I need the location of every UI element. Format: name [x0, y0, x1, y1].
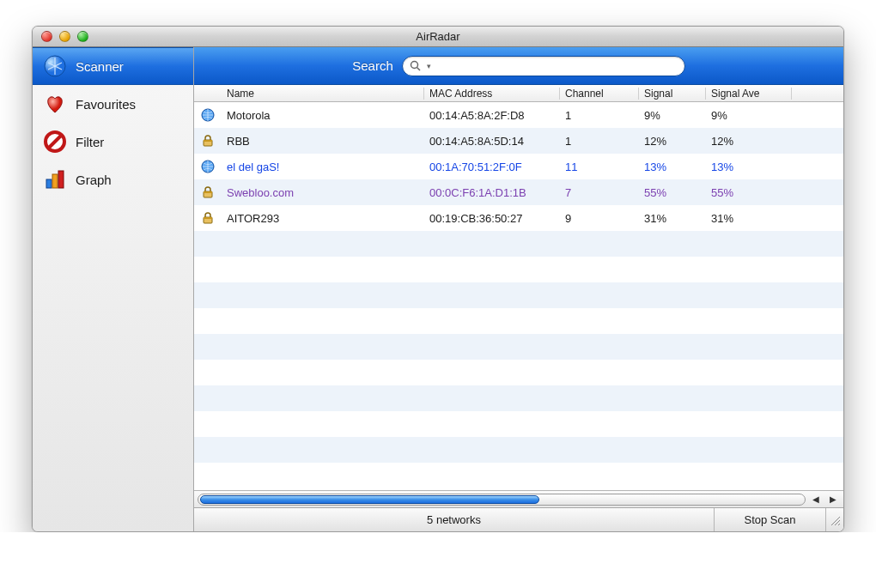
zoom-window-button[interactable] — [77, 31, 88, 42]
svg-rect-13 — [204, 191, 212, 193]
cell-name: Swebloo.com — [222, 186, 424, 199]
svg-line-7 — [417, 67, 420, 70]
cell-signal: 31% — [639, 212, 706, 225]
table-row[interactable]: Swebloo.com00:0C:F6:1A:D1:1B755%55% — [194, 179, 843, 205]
horizontal-scrollbar[interactable]: ◀ ▶ — [194, 490, 843, 507]
svg-point-6 — [411, 61, 417, 68]
resize-grip[interactable] — [826, 508, 843, 531]
table-row[interactable]: Motorola00:14:A5:8A:2F:D819%9% — [194, 102, 843, 128]
heart-icon — [43, 92, 67, 116]
search-field[interactable]: ▾ — [402, 56, 685, 76]
minimize-window-button[interactable] — [59, 31, 70, 42]
scanner-globe-icon — [43, 54, 67, 78]
scroll-track[interactable] — [198, 494, 806, 506]
network-count: 5 networks — [194, 508, 715, 531]
network-table: Name MAC Address Channel Signal Signal A… — [194, 85, 843, 507]
cell-mac: 00:14:A5:8A:5D:14 — [424, 135, 560, 148]
close-window-button[interactable] — [41, 31, 52, 42]
cell-mac: 00:19:CB:36:50:27 — [424, 212, 560, 225]
svg-rect-15 — [204, 217, 212, 219]
cell-channel: 9 — [560, 212, 639, 225]
search-label: Search — [352, 58, 393, 73]
cell-signal: 55% — [639, 186, 706, 199]
cell-signal-avg: 12% — [706, 135, 792, 148]
sidebar-item-scanner[interactable]: Scanner — [33, 47, 193, 85]
app-window: AirRadar Scanner — [32, 26, 844, 532]
window-title: AirRadar — [33, 30, 843, 43]
cell-mac: 00:14:A5:8A:2F:D8 — [424, 109, 560, 122]
table-row[interactable]: RBB00:14:A5:8A:5D:14112%12% — [194, 128, 843, 154]
open-network-icon — [200, 159, 216, 174]
scroll-thumb[interactable] — [200, 495, 539, 504]
locked-network-icon — [200, 133, 216, 149]
svg-rect-3 — [46, 179, 52, 188]
cell-name: Motorola — [222, 109, 424, 122]
search-bar: Search ▾ — [194, 47, 843, 85]
table-header: Name MAC Address Channel Signal Signal A… — [194, 85, 843, 102]
sidebar-item-label: Favourites — [76, 97, 136, 112]
cell-signal-avg: 9% — [706, 109, 792, 122]
cell-channel: 1 — [560, 135, 639, 148]
open-network-icon — [200, 107, 216, 123]
search-input[interactable] — [436, 60, 678, 72]
cell-signal: 12% — [639, 135, 706, 148]
barchart-icon — [43, 167, 67, 191]
locked-network-icon — [200, 185, 216, 200]
status-bar: 5 networks Stop Scan — [194, 507, 843, 531]
cell-signal: 13% — [639, 161, 706, 173]
svg-line-18 — [838, 524, 840, 525]
sidebar-item-label: Scanner — [76, 59, 124, 74]
cell-channel: 7 — [560, 186, 639, 199]
main-panel: Search ▾ Name MAC Address Channel Sign — [194, 47, 843, 531]
table-row[interactable]: el del gaS!00:1A:70:51:2F:0F1113%13% — [194, 154, 843, 179]
cell-name: RBB — [222, 135, 424, 148]
window-controls — [41, 31, 88, 42]
cell-channel: 1 — [560, 109, 639, 122]
search-icon — [410, 60, 422, 72]
column-name[interactable]: Name — [222, 88, 424, 100]
cell-signal-avg: 55% — [706, 186, 792, 199]
locked-network-icon — [200, 210, 216, 226]
table-row[interactable]: AITOR29300:19:CB:36:50:27931%31% — [194, 205, 843, 231]
nodeny-icon — [43, 130, 67, 154]
cell-mac: 00:1A:70:51:2F:0F — [424, 161, 560, 173]
sidebar-item-graph[interactable]: Graph — [33, 161, 193, 198]
svg-rect-10 — [204, 140, 212, 142]
cell-name: el del gaS! — [222, 161, 424, 173]
sidebar-item-label: Filter — [76, 135, 104, 149]
titlebar: AirRadar — [33, 27, 843, 47]
column-signal[interactable]: Signal — [639, 88, 706, 100]
scroll-left-button[interactable]: ◀ — [809, 493, 823, 506]
sidebar: Scanner Favourites Fil — [33, 47, 194, 531]
column-mac[interactable]: MAC Address — [424, 88, 560, 100]
stop-scan-button[interactable]: Stop Scan — [715, 508, 826, 531]
svg-rect-4 — [52, 174, 58, 188]
sidebar-item-label: Graph — [76, 173, 112, 187]
cell-signal-avg: 13% — [706, 161, 792, 173]
cell-signal: 9% — [639, 109, 706, 122]
cell-channel: 11 — [560, 161, 639, 173]
cell-name: AITOR293 — [222, 212, 424, 225]
svg-rect-5 — [58, 171, 64, 188]
dropdown-caret-icon[interactable]: ▾ — [427, 62, 431, 70]
column-channel[interactable]: Channel — [560, 88, 639, 100]
cell-mac: 00:0C:F6:1A:D1:1B — [424, 186, 560, 199]
cell-signal-avg: 31% — [706, 212, 792, 225]
sidebar-item-favourites[interactable]: Favourites — [33, 85, 193, 123]
scroll-right-button[interactable]: ▶ — [826, 493, 840, 506]
sidebar-item-filter[interactable]: Filter — [33, 123, 193, 161]
column-signal-avg[interactable]: Signal Ave — [706, 88, 792, 100]
